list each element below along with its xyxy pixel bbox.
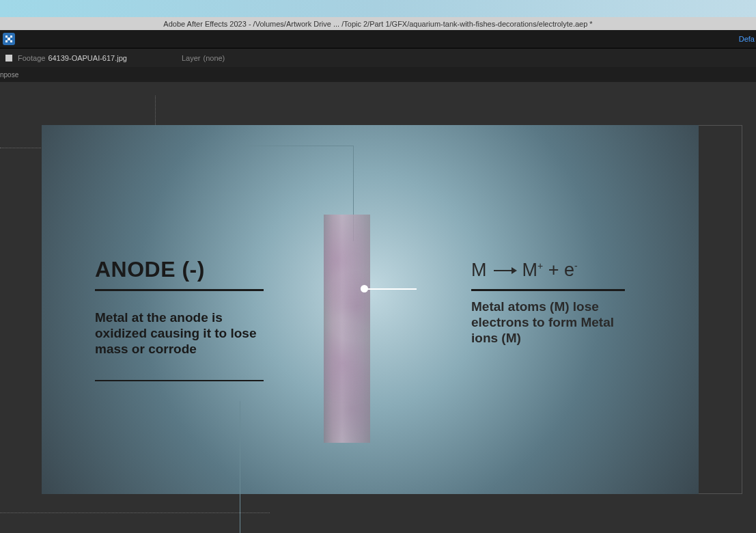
pointer-dot	[361, 285, 368, 292]
svg-rect-4	[10, 40, 12, 42]
divider-bottom-left	[95, 380, 264, 381]
layer-tab[interactable]: Layer (none)	[182, 54, 225, 62]
footage-label: Footage	[18, 54, 45, 62]
workspace-menu[interactable]: Defa	[739, 35, 756, 43]
anode-text-block: ANODE (-) Metal at the anode is oxidized…	[95, 257, 272, 381]
composition-viewer[interactable]: ANODE (-) Metal at the anode is oxidized…	[0, 82, 756, 533]
svg-rect-1	[10, 36, 12, 38]
svg-rect-2	[8, 38, 10, 40]
composition-canvas[interactable]: ANODE (-) Metal at the anode is oxidized…	[42, 125, 699, 494]
footage-icon	[5, 55, 12, 62]
title-bar: Adobe After Effects 2023 - /Volumes/Artw…	[0, 17, 756, 30]
sub-bar-text: npose	[0, 71, 18, 79]
comp-frame-right	[699, 125, 742, 494]
title-bar-text: Adobe After Effects 2023 - /Volumes/Artw…	[163, 20, 592, 28]
equation-text-block: M M+ + e- Metal atoms (M) lose electrons…	[471, 260, 632, 346]
layer-value: (none)	[203, 54, 225, 62]
layer-label: Layer	[182, 54, 201, 62]
panel-sub-bar: npose	[0, 67, 756, 82]
home-icon	[5, 35, 13, 43]
svg-rect-0	[5, 36, 8, 38]
home-tool-button[interactable]	[3, 33, 15, 45]
guide-boundary-bottom	[0, 512, 270, 513]
macos-window-top	[0, 0, 756, 17]
eq-metal-2: M+ + e-	[522, 260, 578, 281]
pointer-line	[363, 288, 417, 290]
equation-description: Metal atoms (M) lose electrons to form M…	[471, 299, 625, 346]
toolbar: Defa	[0, 30, 756, 49]
oxidation-equation: M M+ + e-	[471, 260, 632, 281]
footage-value: 64139-OAPUAI-617.jpg	[48, 54, 127, 62]
arrow-icon	[494, 270, 516, 271]
divider-top-left	[95, 289, 264, 291]
eq-metal-1: M	[471, 260, 487, 281]
anode-description: Metal at the anode is oxidized causing i…	[95, 310, 266, 357]
divider-right	[471, 289, 625, 291]
svg-rect-3	[5, 40, 8, 42]
anode-rod-graphic	[324, 215, 370, 443]
anode-title: ANODE (-)	[95, 257, 272, 282]
footage-tab[interactable]: Footage 64139-OAPUAI-617.jpg	[5, 54, 127, 62]
viewer-tabs: Footage 64139-OAPUAI-617.jpg Layer (none…	[0, 49, 756, 67]
